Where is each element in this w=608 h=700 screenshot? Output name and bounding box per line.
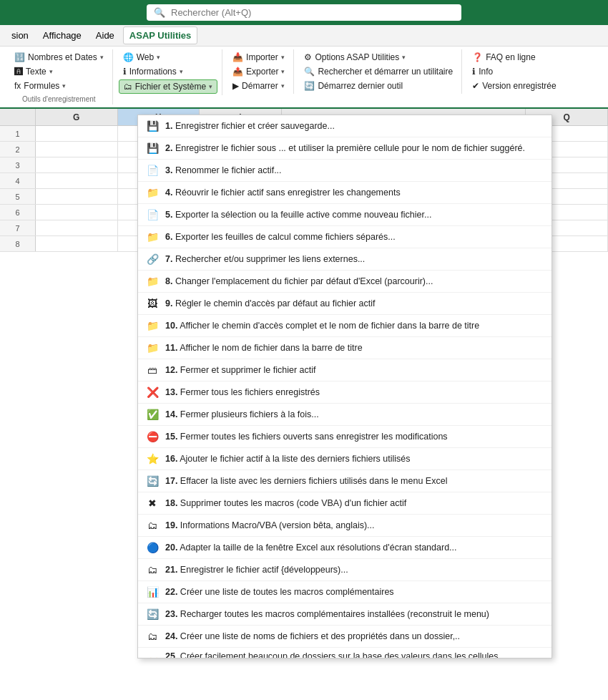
item-icon: 📄 xyxy=(145,163,160,178)
ribbon-btn-faq[interactable]: ❓ FAQ en ligne xyxy=(468,51,560,64)
grid-cell[interactable] xyxy=(36,126,118,141)
version-icon: ✔ xyxy=(472,81,479,91)
row-num: 8 xyxy=(0,236,36,251)
ribbon-btn-texte[interactable]: 🅰 Texte ▾ xyxy=(10,65,108,78)
ribbon-btn-options[interactable]: ⚙ Options ASAP Utilities ▾ xyxy=(300,51,457,64)
ribbon-btn-fichier[interactable]: 🗂 Fichier et Système ▾ xyxy=(119,79,217,94)
ribbon-group-web: 🌐 Web ▾ ℹ Informations ▾ 🗂 Fichier et Sy… xyxy=(114,49,222,95)
ribbon-btn-rechercher[interactable]: 🔍 Rechercher et démarrer un utilitaire xyxy=(300,65,457,78)
web-icon: 🌐 xyxy=(123,52,134,62)
search2-icon: 🔍 xyxy=(304,67,315,77)
caret-icon: ▾ xyxy=(402,54,406,61)
search-input[interactable] xyxy=(171,7,454,18)
menu-item-asap[interactable]: ASAP Utilities xyxy=(123,26,197,44)
import-icon: 📥 xyxy=(232,52,243,62)
caret-icon: ▾ xyxy=(49,68,53,75)
numbers-icon: 🔢 xyxy=(14,52,25,62)
grid-cell[interactable] xyxy=(36,220,118,235)
ribbon-group-import: 📥 Importer ▾ 📤 Exporter ▾ ▶ Démarrer ▾ xyxy=(224,49,294,94)
ribbon-group-outils: 🔢 Nombres et Dates ▾ 🅰 Texte ▾ fx Formul… xyxy=(6,49,113,104)
menu-bar: sion Affichage Aide ASAP Utilities xyxy=(0,25,608,47)
item-icon: 💾 xyxy=(145,119,160,133)
grid-cell[interactable] xyxy=(36,173,118,188)
caret-icon: ▾ xyxy=(281,82,285,89)
row-num: 1 xyxy=(0,126,36,141)
item-text: 6. Exporter les feuilles de calcul comme… xyxy=(165,232,544,242)
info2-icon: ℹ xyxy=(472,67,476,77)
item-icon: 💾 xyxy=(145,141,160,155)
dropdown-item[interactable]: 📄 5. Exporter la sélection ou la feuille… xyxy=(138,204,551,226)
caret-icon: ▾ xyxy=(281,68,285,75)
row-num: 4 xyxy=(0,173,36,188)
ribbon-btn-version[interactable]: ✔ Version enregistrée xyxy=(468,79,560,92)
dropdown-item[interactable]: 🔗 7. Rechercher et/ou supprimer les lien… xyxy=(138,248,551,252)
ribbon-btn-formules[interactable]: fx Formules ▾ xyxy=(10,79,108,92)
grid-cell[interactable] xyxy=(36,157,118,172)
dropdown-item[interactable]: 📁 4. Réouvrir le fichier actif sans enre… xyxy=(138,182,551,204)
menu-item-aide[interactable]: Aide xyxy=(90,27,120,44)
item-text: 1. Enregistrer fichier et créer sauvegar… xyxy=(165,121,544,131)
item-icon: 📁 xyxy=(145,230,160,244)
file-icon: 🗂 xyxy=(124,82,132,92)
item-icon: 📁 xyxy=(145,185,160,200)
ribbon-btn-info[interactable]: ℹ Info xyxy=(468,65,560,78)
item-text: 3. Renommer le fichier actif... xyxy=(165,165,544,175)
ribbon-btn-informations[interactable]: ℹ Informations ▾ xyxy=(119,65,217,78)
dropdown-item[interactable]: 📄 3. Renommer le fichier actif... xyxy=(138,160,551,182)
grid-cell[interactable] xyxy=(36,236,118,251)
caret-icon: ▾ xyxy=(209,83,212,90)
faq-icon: ❓ xyxy=(472,52,483,62)
item-text: 5. Exporter la sélection ou la feuille a… xyxy=(165,210,544,220)
last-tool-icon: 🔄 xyxy=(304,81,315,91)
item-icon: 📄 xyxy=(145,208,160,222)
export-icon: 📤 xyxy=(232,67,243,77)
row-num: 7 xyxy=(0,220,36,235)
formula-icon: fx xyxy=(14,81,21,91)
dropdown-item[interactable]: 💾 2. Enregistrer le fichier sous ... et … xyxy=(138,137,551,160)
grid-cell[interactable] xyxy=(36,142,118,157)
row-num: 6 xyxy=(0,205,36,220)
group-label-outils: Outils d'enregistrement xyxy=(10,95,108,103)
search-wrapper: 🔍 xyxy=(147,4,461,21)
ribbon-group-faq: ❓ FAQ en ligne ℹ Info ✔ Version enregist… xyxy=(464,49,564,94)
grid-cell[interactable] xyxy=(36,189,118,204)
ribbon-btn-demarrez-dernier[interactable]: 🔄 Démarrez dernier outil xyxy=(300,79,457,92)
search-icon: 🔍 xyxy=(154,7,165,18)
options-icon: ⚙ xyxy=(304,52,312,62)
ribbon-btn-nombres[interactable]: 🔢 Nombres et Dates ▾ xyxy=(10,51,108,64)
ribbon-btn-demarrer[interactable]: ▶ Démarrer ▾ xyxy=(228,79,289,92)
row-num: 2 xyxy=(0,142,36,157)
row-num-header xyxy=(0,109,36,125)
menu-item-affichage[interactable]: Affichage xyxy=(37,27,87,44)
ribbon-btn-web[interactable]: 🌐 Web ▾ xyxy=(119,51,217,64)
play-icon: ▶ xyxy=(232,81,239,91)
caret-icon: ▾ xyxy=(62,82,66,89)
menu-item-sion[interactable]: sion xyxy=(6,27,34,44)
row-num: 5 xyxy=(0,189,36,204)
col-g[interactable]: G xyxy=(36,109,118,125)
grid-cell[interactable] xyxy=(36,205,118,220)
caret-icon: ▾ xyxy=(157,54,160,61)
text-icon: 🅰 xyxy=(14,67,23,77)
ribbon: 🔢 Nombres et Dates ▾ 🅰 Texte ▾ fx Formul… xyxy=(0,47,608,109)
dropdown-item[interactable]: 📁 6. Exporter les feuilles de calcul com… xyxy=(138,226,551,248)
item-text: 4. Réouvrir le fichier actif sans enregi… xyxy=(165,188,544,198)
ribbon-btn-exporter[interactable]: 📤 Exporter ▾ xyxy=(228,65,289,78)
dropdown-menu: 💾 1. Enregistrer fichier et créer sauveg… xyxy=(137,115,552,252)
ribbon-group-options: ⚙ Options ASAP Utilities ▾ 🔍 Rechercher … xyxy=(295,49,462,94)
caret-icon: ▾ xyxy=(180,68,183,75)
search-bar: 🔍 xyxy=(0,0,608,25)
ribbon-row: 🔢 Nombres et Dates ▾ 🅰 Texte ▾ fx Formul… xyxy=(6,49,602,104)
dropdown-item[interactable]: 💾 1. Enregistrer fichier et créer sauveg… xyxy=(138,115,551,137)
caret-icon: ▾ xyxy=(100,54,104,61)
row-num: 3 xyxy=(0,157,36,172)
ribbon-btn-importer[interactable]: 📥 Importer ▾ xyxy=(228,51,289,64)
caret-icon: ▾ xyxy=(281,54,285,61)
item-text: 2. Enregistrer le fichier sous ... et ut… xyxy=(165,143,544,153)
info-icon: ℹ xyxy=(123,67,127,77)
